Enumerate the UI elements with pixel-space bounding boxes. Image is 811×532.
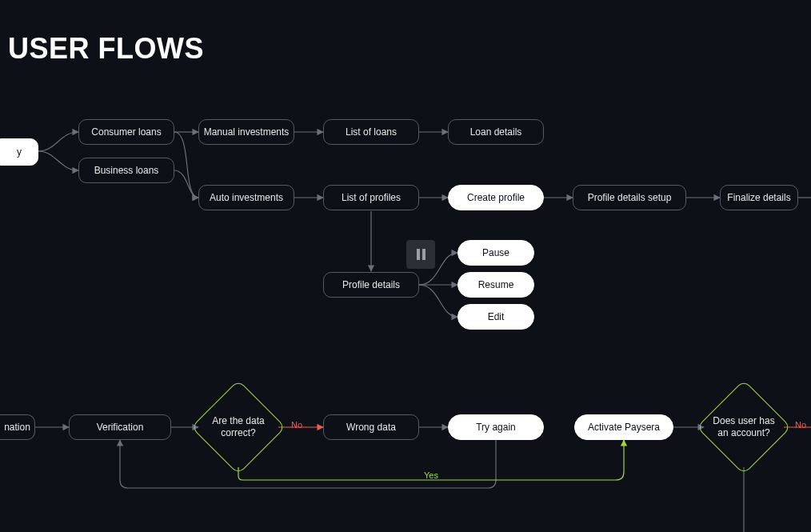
decision-data-correct-label: Are the data correct? — [205, 394, 272, 461]
node-edit: Edit — [457, 304, 534, 330]
node-wrong-data: Wrong data — [323, 414, 419, 440]
node-business-loans: Business loans — [78, 158, 174, 183]
node-consumer-loans: Consumer loans — [78, 119, 174, 145]
page-title: USER FLOWS — [8, 32, 204, 66]
node-nation-partial: nation — [0, 414, 35, 440]
node-resume: Resume — [457, 272, 534, 298]
node-loan-details: Loan details — [448, 119, 544, 145]
node-auto-investments: Auto investments — [198, 185, 294, 210]
node-profile-details-setup: Profile details setup — [573, 185, 686, 210]
overlay-marker-icon — [406, 240, 435, 269]
node-create-profile: Create profile — [448, 185, 544, 210]
node-try-again: Try again — [448, 414, 544, 440]
edges — [0, 0, 811, 532]
decision-has-account: Does user has an account? — [710, 394, 777, 461]
decision-data-correct: Are the data correct? — [205, 394, 272, 461]
node-list-of-loans: List of loans — [323, 119, 419, 145]
node-pause: Pause — [457, 240, 534, 266]
node-activate-paysera: Activate Paysera — [574, 414, 673, 440]
node-profile-details: Profile details — [323, 272, 419, 298]
node-start-partial: y — [0, 138, 38, 166]
edge-label-yes: Yes — [424, 470, 438, 480]
decision-has-account-label: Does user has an account? — [710, 394, 777, 461]
edge-label-no: No — [291, 420, 302, 430]
node-manual-investments: Manual investments — [198, 119, 294, 145]
node-verification: Verification — [69, 414, 171, 440]
node-finalize-details: Finalize details — [720, 185, 798, 210]
edge-label-no-2: No — [795, 420, 806, 430]
node-list-of-profiles: List of profiles — [323, 185, 419, 210]
